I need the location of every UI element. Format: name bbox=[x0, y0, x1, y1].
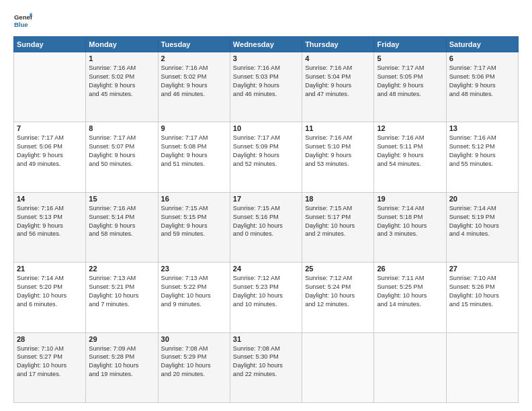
day-info: Sunrise: 7:16 AM Sunset: 5:04 PM Dayligh… bbox=[305, 64, 371, 99]
day-number: 26 bbox=[377, 265, 443, 273]
calendar-week-2: 7Sunrise: 7:17 AM Sunset: 5:06 PM Daylig… bbox=[14, 122, 519, 192]
day-number: 14 bbox=[17, 195, 83, 203]
weekday-header-friday: Friday bbox=[374, 37, 446, 52]
day-info: Sunrise: 7:17 AM Sunset: 5:07 PM Dayligh… bbox=[89, 134, 154, 169]
page: General Blue SundayMondayTuesdayWednesda… bbox=[0, 0, 532, 411]
calendar-cell: 9Sunrise: 7:17 AM Sunset: 5:08 PM Daylig… bbox=[158, 122, 230, 192]
calendar-cell: 24Sunrise: 7:12 AM Sunset: 5:23 PM Dayli… bbox=[230, 263, 302, 332]
svg-text:General: General bbox=[14, 13, 32, 21]
calendar-body: 1Sunrise: 7:16 AM Sunset: 5:02 PM Daylig… bbox=[14, 52, 519, 403]
calendar-cell: 10Sunrise: 7:17 AM Sunset: 5:09 PM Dayli… bbox=[230, 122, 302, 192]
day-number: 4 bbox=[305, 54, 371, 62]
day-info: Sunrise: 7:10 AM Sunset: 5:27 PM Dayligh… bbox=[17, 345, 83, 379]
weekday-header-sunday: Sunday bbox=[14, 37, 86, 52]
calendar-cell bbox=[374, 332, 446, 402]
calendar-cell: 2Sunrise: 7:16 AM Sunset: 5:02 PM Daylig… bbox=[158, 52, 230, 122]
day-number: 31 bbox=[233, 335, 299, 343]
day-number: 19 bbox=[377, 195, 443, 203]
day-number: 9 bbox=[161, 124, 227, 132]
day-info: Sunrise: 7:12 AM Sunset: 5:23 PM Dayligh… bbox=[233, 274, 299, 309]
calendar-cell: 17Sunrise: 7:15 AM Sunset: 5:16 PM Dayli… bbox=[230, 192, 302, 262]
calendar-cell: 16Sunrise: 7:15 AM Sunset: 5:15 PM Dayli… bbox=[158, 192, 230, 262]
day-number: 13 bbox=[449, 124, 515, 132]
calendar-cell: 13Sunrise: 7:16 AM Sunset: 5:12 PM Dayli… bbox=[446, 122, 518, 192]
day-number: 5 bbox=[377, 54, 443, 62]
weekday-header-tuesday: Tuesday bbox=[158, 37, 230, 52]
calendar-cell: 21Sunrise: 7:14 AM Sunset: 5:20 PM Dayli… bbox=[14, 263, 86, 332]
calendar-cell: 18Sunrise: 7:15 AM Sunset: 5:17 PM Dayli… bbox=[302, 192, 374, 262]
calendar-cell: 14Sunrise: 7:16 AM Sunset: 5:13 PM Dayli… bbox=[14, 192, 86, 262]
calendar-cell: 12Sunrise: 7:16 AM Sunset: 5:11 PM Dayli… bbox=[374, 122, 446, 192]
calendar-cell: 23Sunrise: 7:13 AM Sunset: 5:22 PM Dayli… bbox=[158, 263, 230, 332]
day-info: Sunrise: 7:10 AM Sunset: 5:26 PM Dayligh… bbox=[449, 274, 515, 309]
day-info: Sunrise: 7:16 AM Sunset: 5:03 PM Dayligh… bbox=[233, 64, 299, 99]
general-blue-logo-icon: General Blue bbox=[13, 11, 32, 30]
day-info: Sunrise: 7:16 AM Sunset: 5:10 PM Dayligh… bbox=[305, 134, 371, 169]
day-info: Sunrise: 7:17 AM Sunset: 5:05 PM Dayligh… bbox=[377, 64, 443, 99]
day-number: 22 bbox=[89, 265, 154, 273]
day-number: 18 bbox=[305, 195, 371, 203]
day-number: 15 bbox=[89, 195, 154, 203]
calendar-cell: 1Sunrise: 7:16 AM Sunset: 5:02 PM Daylig… bbox=[86, 52, 158, 122]
calendar-cell: 30Sunrise: 7:08 AM Sunset: 5:29 PM Dayli… bbox=[158, 332, 230, 402]
day-number: 11 bbox=[305, 124, 371, 132]
day-number: 10 bbox=[233, 124, 299, 132]
calendar-cell: 27Sunrise: 7:10 AM Sunset: 5:26 PM Dayli… bbox=[446, 263, 518, 332]
calendar-cell bbox=[14, 52, 86, 122]
calendar-header: SundayMondayTuesdayWednesdayThursdayFrid… bbox=[14, 37, 519, 52]
day-number: 3 bbox=[233, 54, 299, 62]
day-number: 20 bbox=[449, 195, 515, 203]
calendar-cell: 3Sunrise: 7:16 AM Sunset: 5:03 PM Daylig… bbox=[230, 52, 302, 122]
day-number: 8 bbox=[89, 124, 154, 132]
day-info: Sunrise: 7:14 AM Sunset: 5:19 PM Dayligh… bbox=[449, 204, 515, 239]
day-number: 17 bbox=[233, 195, 299, 203]
day-info: Sunrise: 7:09 AM Sunset: 5:28 PM Dayligh… bbox=[89, 345, 154, 379]
calendar-cell: 28Sunrise: 7:10 AM Sunset: 5:27 PM Dayli… bbox=[14, 332, 86, 402]
day-number: 7 bbox=[17, 124, 83, 132]
calendar-cell: 19Sunrise: 7:14 AM Sunset: 5:18 PM Dayli… bbox=[374, 192, 446, 262]
day-info: Sunrise: 7:13 AM Sunset: 5:22 PM Dayligh… bbox=[161, 274, 227, 309]
day-info: Sunrise: 7:11 AM Sunset: 5:25 PM Dayligh… bbox=[377, 274, 443, 309]
day-number: 12 bbox=[377, 124, 443, 132]
day-info: Sunrise: 7:17 AM Sunset: 5:08 PM Dayligh… bbox=[161, 134, 227, 169]
calendar-cell: 26Sunrise: 7:11 AM Sunset: 5:25 PM Dayli… bbox=[374, 263, 446, 332]
calendar-week-5: 28Sunrise: 7:10 AM Sunset: 5:27 PM Dayli… bbox=[14, 332, 519, 402]
day-number: 30 bbox=[161, 335, 227, 343]
calendar-week-1: 1Sunrise: 7:16 AM Sunset: 5:02 PM Daylig… bbox=[14, 52, 519, 122]
calendar-week-3: 14Sunrise: 7:16 AM Sunset: 5:13 PM Dayli… bbox=[14, 192, 519, 262]
day-info: Sunrise: 7:17 AM Sunset: 5:06 PM Dayligh… bbox=[17, 134, 83, 169]
calendar-cell bbox=[446, 332, 518, 402]
header: General Blue bbox=[13, 11, 519, 30]
calendar-cell: 8Sunrise: 7:17 AM Sunset: 5:07 PM Daylig… bbox=[86, 122, 158, 192]
calendar-cell: 5Sunrise: 7:17 AM Sunset: 5:05 PM Daylig… bbox=[374, 52, 446, 122]
calendar-cell bbox=[302, 332, 374, 402]
day-number: 1 bbox=[89, 54, 154, 62]
calendar-cell: 4Sunrise: 7:16 AM Sunset: 5:04 PM Daylig… bbox=[302, 52, 374, 122]
logo: General Blue bbox=[13, 11, 35, 30]
calendar-cell: 31Sunrise: 7:08 AM Sunset: 5:30 PM Dayli… bbox=[230, 332, 302, 402]
day-info: Sunrise: 7:08 AM Sunset: 5:30 PM Dayligh… bbox=[233, 345, 299, 379]
day-info: Sunrise: 7:13 AM Sunset: 5:21 PM Dayligh… bbox=[89, 274, 154, 309]
day-info: Sunrise: 7:14 AM Sunset: 5:18 PM Dayligh… bbox=[377, 204, 443, 239]
day-number: 29 bbox=[89, 335, 154, 343]
day-info: Sunrise: 7:16 AM Sunset: 5:13 PM Dayligh… bbox=[17, 204, 83, 239]
weekday-header-row: SundayMondayTuesdayWednesdayThursdayFrid… bbox=[14, 37, 519, 52]
weekday-header-wednesday: Wednesday bbox=[230, 37, 302, 52]
calendar-week-4: 21Sunrise: 7:14 AM Sunset: 5:20 PM Dayli… bbox=[14, 263, 519, 332]
calendar-cell: 22Sunrise: 7:13 AM Sunset: 5:21 PM Dayli… bbox=[86, 263, 158, 332]
day-number: 27 bbox=[449, 265, 515, 273]
day-info: Sunrise: 7:17 AM Sunset: 5:06 PM Dayligh… bbox=[449, 64, 515, 99]
calendar-cell: 29Sunrise: 7:09 AM Sunset: 5:28 PM Dayli… bbox=[86, 332, 158, 402]
day-number: 16 bbox=[161, 195, 227, 203]
day-number: 6 bbox=[449, 54, 515, 62]
day-info: Sunrise: 7:15 AM Sunset: 5:17 PM Dayligh… bbox=[305, 204, 371, 239]
day-info: Sunrise: 7:14 AM Sunset: 5:20 PM Dayligh… bbox=[17, 274, 83, 309]
day-info: Sunrise: 7:16 AM Sunset: 5:02 PM Dayligh… bbox=[161, 64, 227, 99]
day-info: Sunrise: 7:17 AM Sunset: 5:09 PM Dayligh… bbox=[233, 134, 299, 169]
weekday-header-thursday: Thursday bbox=[302, 37, 374, 52]
calendar-table: SundayMondayTuesdayWednesdayThursdayFrid… bbox=[13, 36, 519, 403]
day-info: Sunrise: 7:16 AM Sunset: 5:02 PM Dayligh… bbox=[89, 64, 154, 99]
day-info: Sunrise: 7:15 AM Sunset: 5:15 PM Dayligh… bbox=[161, 204, 227, 239]
day-number: 24 bbox=[233, 265, 299, 273]
day-info: Sunrise: 7:15 AM Sunset: 5:16 PM Dayligh… bbox=[233, 204, 299, 239]
